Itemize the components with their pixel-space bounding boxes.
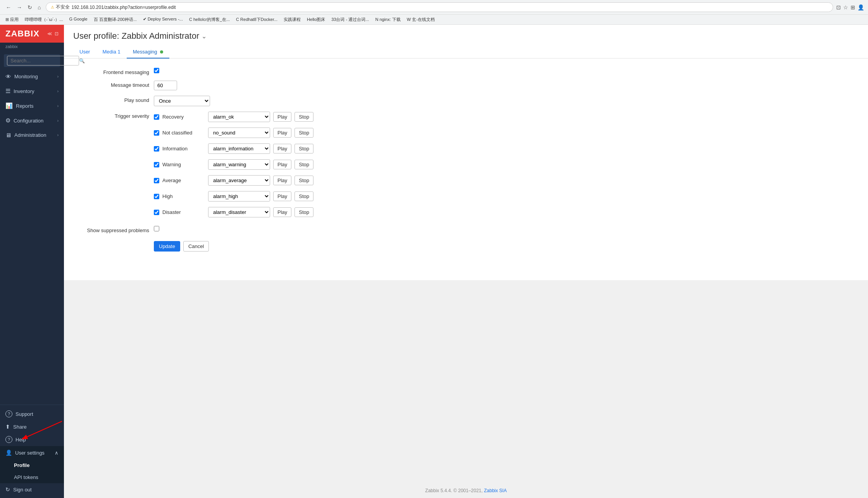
bookmark-apps[interactable]: ⊞ 应用 bbox=[4, 16, 20, 23]
trigger-notclassified-sound[interactable]: no_sound bbox=[208, 128, 270, 138]
sidebar-item-inventory[interactable]: ☰ Inventory › bbox=[0, 84, 64, 98]
trigger-recovery-checkbox[interactable] bbox=[154, 114, 159, 120]
message-timeout-input[interactable]: 60 bbox=[154, 81, 177, 90]
message-timeout-row: Message timeout 60 bbox=[79, 81, 852, 90]
browser-nav[interactable]: ← → ↻ ⌂ bbox=[4, 3, 43, 11]
bookmark-bilibili[interactable]: 哔哩哔哩（-`ω´-）... bbox=[23, 16, 64, 23]
bookmark-deploy[interactable]: ✔ Deploy Servers -... bbox=[141, 16, 184, 23]
share-item[interactable]: ⬆ Share bbox=[0, 420, 64, 433]
trigger-notclassified-checkbox[interactable] bbox=[154, 130, 159, 136]
sidebar-item-configuration[interactable]: ⚙ Configuration › bbox=[0, 113, 64, 128]
sign-out-item[interactable]: ↻ Sign out bbox=[0, 483, 64, 496]
administration-label: Administration bbox=[14, 132, 46, 138]
trigger-disaster-row: Disaster alarm_disaster Play Stop bbox=[154, 207, 313, 217]
monitoring-icon: 👁 bbox=[5, 73, 11, 80]
api-tokens-subitem[interactable]: API tokens bbox=[0, 471, 64, 483]
search-input[interactable] bbox=[7, 56, 79, 65]
trigger-notclassified-stop[interactable]: Stop bbox=[294, 128, 313, 138]
trigger-disaster-label: Disaster bbox=[162, 209, 205, 215]
forward-button[interactable]: → bbox=[15, 3, 24, 11]
trigger-high-sound[interactable]: alarm_high bbox=[208, 191, 270, 202]
trigger-average-play[interactable]: Play bbox=[273, 176, 291, 185]
play-sound-select[interactable]: Once 10 seconds Message recovery bbox=[154, 96, 210, 106]
bookmark-google[interactable]: G Google bbox=[67, 16, 89, 23]
profile-icon[interactable]: 👤 bbox=[858, 4, 864, 10]
trigger-information-stop[interactable]: Stop bbox=[294, 144, 313, 153]
trigger-information-sound[interactable]: alarm_information bbox=[208, 143, 270, 154]
sidebar-search[interactable]: 🔍 bbox=[4, 54, 60, 67]
bookmark-shijian[interactable]: 实践课程 bbox=[282, 16, 302, 23]
message-timeout-label: Message timeout bbox=[79, 81, 149, 88]
main-content: User profile: Zabbix Administrator ⌄ Use… bbox=[64, 25, 868, 498]
trigger-average-stop[interactable]: Stop bbox=[294, 176, 313, 185]
trigger-information-label: Information bbox=[162, 146, 205, 152]
trigger-recovery-stop[interactable]: Stop bbox=[294, 112, 313, 122]
show-suppressed-checkbox[interactable] bbox=[154, 226, 159, 231]
bookmark-hello[interactable]: Hello图床 bbox=[305, 16, 327, 23]
fullscreen-icon[interactable]: ⊡ bbox=[55, 31, 59, 36]
bookmark-33[interactable]: 33台词 - 通过台词... bbox=[330, 16, 370, 23]
help-item[interactable]: ? Help bbox=[0, 433, 64, 446]
trigger-notclassified-label: Not classified bbox=[162, 130, 205, 136]
show-suppressed-row: Show suppressed problems bbox=[79, 226, 852, 233]
browser-bar: ← → ↻ ⌂ ⚠ 不安全 192.168.10.201/zabbix.php?… bbox=[0, 0, 868, 15]
share-label: Share bbox=[13, 424, 27, 430]
trigger-recovery-sound[interactable]: alarm_ok bbox=[208, 112, 270, 122]
sidebar-bottom: ? Support ⬆ Share ? Help 👤 User settings… bbox=[0, 405, 64, 498]
bookmark-xuan[interactable]: W 玄-在线文档 bbox=[405, 16, 436, 23]
cancel-button[interactable]: Cancel bbox=[183, 241, 209, 252]
trigger-high-play[interactable]: Play bbox=[273, 191, 291, 201]
footer-link[interactable]: Zabbix SIA bbox=[484, 488, 507, 493]
trigger-high-row: High alarm_high Play Stop bbox=[154, 191, 313, 202]
url-text: 192.168.10.201/zabbix.php?action=userpro… bbox=[71, 5, 176, 10]
sidebar-item-monitoring[interactable]: 👁 Monitoring › bbox=[0, 69, 64, 84]
app-container: ZABBIX ≪ ⊡ zabbix 🔍 👁 Monitoring › ☰ bbox=[0, 25, 868, 498]
trigger-warning-play[interactable]: Play bbox=[273, 160, 291, 169]
administration-icon: 🖥 bbox=[5, 132, 11, 138]
tab-media[interactable]: Media 1 bbox=[96, 46, 126, 59]
trigger-average-checkbox[interactable] bbox=[154, 178, 159, 183]
bookmark-icon[interactable]: ☆ bbox=[843, 4, 848, 10]
collapse-icon[interactable]: ≪ bbox=[47, 31, 52, 36]
trigger-average-sound[interactable]: alarm_average bbox=[208, 175, 270, 186]
user-settings-header[interactable]: 👤 User settings ∧ bbox=[0, 446, 64, 459]
bookmark-nginx[interactable]: N nginx: 下载 bbox=[374, 16, 402, 23]
trigger-information-play[interactable]: Play bbox=[273, 144, 291, 153]
trigger-notclassified-row: Not classified no_sound Play Stop bbox=[154, 128, 313, 138]
support-item[interactable]: ? Support bbox=[0, 407, 64, 420]
trigger-recovery-play[interactable]: Play bbox=[273, 112, 291, 122]
address-bar[interactable]: ⚠ 不安全 192.168.10.201/zabbix.php?action=u… bbox=[46, 2, 833, 12]
trigger-high-checkbox[interactable] bbox=[154, 194, 159, 199]
trigger-notclassified-play[interactable]: Play bbox=[273, 128, 291, 138]
page-title-dropdown[interactable]: ⌄ bbox=[202, 33, 207, 40]
update-button[interactable]: Update bbox=[154, 241, 180, 252]
trigger-warning-checkbox[interactable] bbox=[154, 162, 159, 167]
reload-button[interactable]: ↻ bbox=[26, 3, 34, 11]
trigger-information-checkbox[interactable] bbox=[154, 146, 159, 152]
trigger-disaster-checkbox[interactable] bbox=[154, 210, 159, 215]
show-suppressed-label: Show suppressed problems bbox=[79, 226, 149, 233]
sign-out-icon: ↻ bbox=[5, 486, 10, 493]
trigger-average-label: Average bbox=[162, 177, 205, 183]
translate-icon[interactable]: ⊡ bbox=[836, 4, 841, 10]
trigger-warning-sound[interactable]: alarm_warning bbox=[208, 159, 270, 170]
bookmark-redhat[interactable]: C Redhat8下Docker... bbox=[234, 16, 279, 23]
back-button[interactable]: ← bbox=[4, 3, 13, 11]
sidebar-item-reports[interactable]: 📊 Reports › bbox=[0, 98, 64, 113]
tab-messaging[interactable]: Messaging bbox=[127, 46, 169, 59]
trigger-disaster-sound[interactable]: alarm_disaster bbox=[208, 207, 270, 217]
user-settings-label: User settings bbox=[15, 450, 45, 456]
sign-out-label: Sign out bbox=[13, 487, 32, 493]
bookmark-hellolcr[interactable]: C hellolcr的博客_在... bbox=[188, 16, 231, 23]
trigger-high-stop[interactable]: Stop bbox=[294, 191, 313, 201]
extension-icon[interactable]: ⊞ bbox=[851, 4, 855, 10]
bookmark-baidu[interactable]: 百 百度翻译-200种语... bbox=[92, 16, 138, 23]
trigger-disaster-play[interactable]: Play bbox=[273, 207, 291, 217]
profile-subitem[interactable]: Profile bbox=[0, 459, 64, 471]
home-button[interactable]: ⌂ bbox=[36, 3, 43, 11]
trigger-warning-stop[interactable]: Stop bbox=[294, 160, 313, 169]
trigger-disaster-stop[interactable]: Stop bbox=[294, 207, 313, 217]
frontend-messaging-checkbox[interactable] bbox=[154, 68, 159, 73]
help-label: Help bbox=[16, 437, 26, 443]
sidebar-item-administration[interactable]: 🖥 Administration › bbox=[0, 128, 64, 142]
